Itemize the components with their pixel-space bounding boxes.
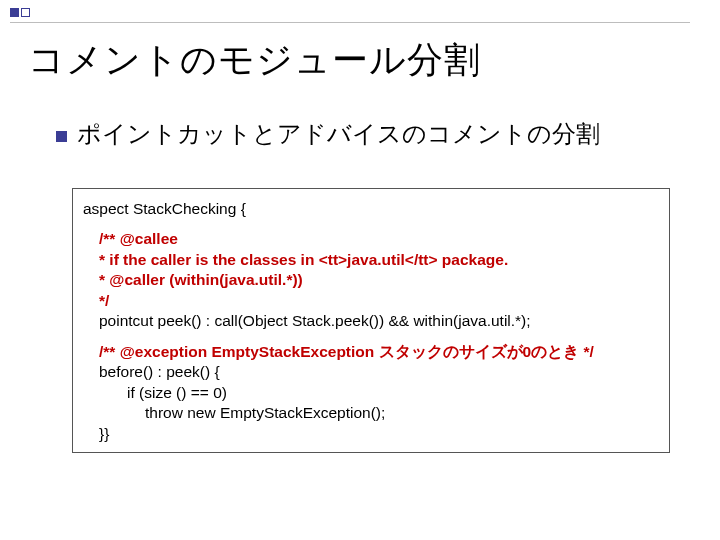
code-line: }}	[83, 424, 659, 444]
code-line: aspect StackChecking {	[83, 199, 659, 219]
bullet-text: ポイントカットとアドバイスのコメントの分割	[77, 118, 600, 150]
code-comment: */	[83, 291, 659, 311]
code-comment: * @caller (within(java.util.*))	[83, 270, 659, 290]
divider	[10, 22, 690, 23]
slide-title: コメントのモジュール分割	[28, 36, 481, 85]
code-line: throw new EmptyStackException();	[83, 403, 659, 423]
code-line: if (size () == 0)	[83, 383, 659, 403]
square-icon	[10, 8, 19, 17]
code-comment: /** @callee	[83, 229, 659, 249]
code-comment: /** @exception EmptyStackException スタックの…	[83, 342, 659, 362]
code-line: before() : peek() {	[83, 362, 659, 382]
bullet-row: ポイントカットとアドバイスのコメントの分割	[56, 118, 600, 150]
bullet-icon	[56, 131, 67, 142]
code-line: pointcut peek() : call(Object Stack.peek…	[83, 311, 659, 331]
decoration-squares	[10, 8, 30, 17]
square-outline-icon	[21, 8, 30, 17]
code-block: aspect StackChecking { /** @callee * if …	[72, 188, 670, 453]
code-comment: * if the caller is the classes in <tt>ja…	[83, 250, 659, 270]
